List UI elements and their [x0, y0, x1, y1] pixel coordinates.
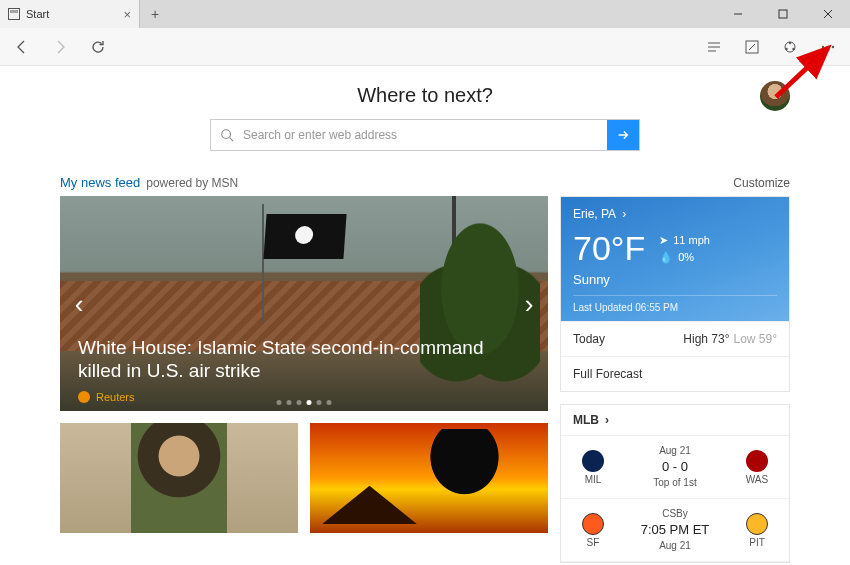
refresh-button[interactable]: [84, 33, 112, 61]
page-heading: Where to next?: [357, 84, 493, 107]
svg-point-14: [832, 45, 834, 47]
svg-point-11: [792, 47, 794, 49]
share-button[interactable]: [776, 33, 804, 61]
team-home: PIT: [737, 513, 777, 548]
team-away: SF: [573, 513, 613, 548]
game-info: CSBy 7:05 PM ET Aug 21: [613, 507, 737, 553]
tab-close-icon[interactable]: ×: [123, 7, 131, 22]
start-page-content: Where to next? My news feed powered by M…: [0, 66, 850, 563]
search-icon: [211, 120, 243, 150]
customize-link[interactable]: Customize: [733, 176, 790, 190]
wind-icon: ➤: [659, 232, 668, 249]
svg-point-15: [222, 130, 231, 139]
svg-point-9: [789, 41, 791, 43]
forward-button[interactable]: [46, 33, 74, 61]
window-titlebar: Start × +: [0, 0, 850, 28]
svg-rect-1: [779, 10, 787, 18]
team-logo-icon: [746, 450, 768, 472]
svg-point-10: [785, 47, 787, 49]
sports-card: MLB MIL Aug 21 0 - 0 Top of 1st WAS SF C…: [560, 404, 790, 563]
feed-title[interactable]: My news feed: [60, 175, 140, 190]
hero-source: Reuters: [78, 391, 135, 403]
news-thumbnail-2[interactable]: [310, 423, 548, 533]
hero-pagination-dots[interactable]: [277, 400, 332, 405]
news-thumbnail-1[interactable]: [60, 423, 298, 533]
profile-avatar[interactable]: [760, 81, 790, 111]
game-row[interactable]: MIL Aug 21 0 - 0 Top of 1st WAS: [561, 436, 789, 499]
close-button[interactable]: [805, 0, 850, 28]
weather-card: Erie, PA 70°F ➤11 mph 💧0% Sunny Last Upd…: [560, 196, 790, 392]
more-actions-button[interactable]: [814, 33, 842, 61]
tab-title: Start: [26, 8, 117, 20]
go-button[interactable]: [607, 120, 639, 150]
reading-view-button[interactable]: [700, 33, 728, 61]
weather-temp: 70°F: [573, 229, 645, 268]
web-note-button[interactable]: [738, 33, 766, 61]
back-button[interactable]: [8, 33, 36, 61]
page-icon: [8, 8, 20, 20]
precip-icon: 💧: [659, 249, 673, 266]
sports-league-header[interactable]: MLB: [561, 405, 789, 436]
game-row[interactable]: SF CSBy 7:05 PM ET Aug 21 PIT: [561, 499, 789, 562]
game-info: Aug 21 0 - 0 Top of 1st: [613, 444, 737, 490]
hero-headline: White House: Islamic State second-in-com…: [78, 336, 488, 384]
svg-point-13: [827, 45, 829, 47]
window-controls: [715, 0, 850, 28]
team-logo-icon: [582, 450, 604, 472]
team-logo-icon: [582, 513, 604, 535]
svg-line-16: [230, 138, 234, 142]
new-tab-button[interactable]: +: [140, 0, 170, 28]
full-forecast-link[interactable]: Full Forecast: [561, 356, 789, 391]
weather-stats: ➤11 mph 💧0%: [659, 232, 710, 265]
hero-next-button[interactable]: ›: [514, 288, 544, 319]
weather-updated: Last Updated 06:55 PM: [573, 295, 777, 313]
hero-prev-button[interactable]: ‹: [64, 288, 94, 319]
svg-point-12: [822, 45, 824, 47]
team-logo-icon: [746, 513, 768, 535]
weather-condition: Sunny: [573, 272, 777, 287]
minimize-button[interactable]: [715, 0, 760, 28]
feed-header: My news feed powered by MSN Customize: [60, 175, 790, 190]
team-away: MIL: [573, 450, 613, 485]
feed-powered-label: powered by MSN: [146, 176, 238, 190]
search-input[interactable]: [243, 120, 607, 150]
team-home: WAS: [737, 450, 777, 485]
hero-news-tile[interactable]: ‹ › White House: Islamic State second-in…: [60, 196, 548, 411]
maximize-button[interactable]: [760, 0, 805, 28]
search-bar[interactable]: [210, 119, 640, 151]
weather-today-row[interactable]: Today High 73°Low 59°: [561, 321, 789, 356]
browser-toolbar: [0, 28, 850, 66]
weather-location[interactable]: Erie, PA: [573, 207, 777, 221]
browser-tab[interactable]: Start ×: [0, 0, 140, 28]
